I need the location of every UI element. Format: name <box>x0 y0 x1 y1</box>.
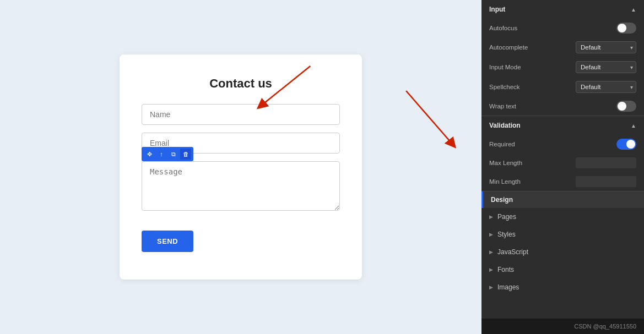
wrap-text-row: Wrap text <box>481 97 644 116</box>
message-textarea[interactable] <box>142 161 340 211</box>
autofocus-toggle[interactable] <box>616 23 636 34</box>
input-section: Input ▲ Autofocus Autocomplete Default I… <box>481 0 644 116</box>
input-chevron: ▲ <box>631 7 636 13</box>
javascript-label: JavaScript <box>497 248 528 256</box>
form-card: Contact us ✥ ↑ ⧉ 🗑 SEND <box>120 54 362 280</box>
design-section: Design ▶ Pages ▶ Styles ▶ JavaScript ▶ F… <box>481 191 644 319</box>
input-section-header: Input ▲ <box>481 0 644 19</box>
form-title: Contact us <box>142 76 340 91</box>
validation-section: Validation ▲ Required Max Length Min Len… <box>481 116 644 191</box>
input-mode-select[interactable]: Default <box>576 61 636 73</box>
input-mode-row: Input Mode Default <box>481 57 644 77</box>
validation-section-header: Validation ▲ <box>481 116 644 135</box>
autocomplete-select[interactable]: Default <box>576 41 636 53</box>
canvas-area: Contact us ✥ ↑ ⧉ 🗑 SEND <box>0 0 481 334</box>
pages-arrow-icon: ▶ <box>489 214 493 220</box>
move-btn[interactable]: ✥ <box>144 149 155 160</box>
nav-images[interactable]: ▶ Images <box>481 278 644 296</box>
autocomplete-select-wrapper: Default <box>576 41 636 53</box>
fonts-arrow-icon: ▶ <box>489 267 493 272</box>
javascript-arrow-icon: ▶ <box>489 249 493 255</box>
delete-btn[interactable]: 🗑 <box>180 149 191 160</box>
input-mode-select-wrapper: Default <box>576 61 636 73</box>
spellcheck-row: Spellcheck Default <box>481 77 644 97</box>
fonts-label: Fonts <box>497 266 514 273</box>
nav-pages[interactable]: ▶ Pages <box>481 208 644 226</box>
right-panel: Input ▲ Autofocus Autocomplete Default I… <box>481 0 644 334</box>
images-label: Images <box>497 283 519 291</box>
nav-javascript[interactable]: ▶ JavaScript <box>481 243 644 261</box>
send-button[interactable]: SEND <box>142 231 193 252</box>
styles-arrow-icon: ▶ <box>489 232 493 237</box>
name-input[interactable] <box>142 104 340 125</box>
svg-line-1 <box>406 91 452 144</box>
message-wrapper: ✥ ↑ ⧉ 🗑 <box>142 161 340 213</box>
images-arrow-icon: ▶ <box>489 284 493 290</box>
spellcheck-select[interactable]: Default <box>576 81 636 93</box>
spellcheck-select-wrapper: Default <box>576 81 636 93</box>
min-length-input[interactable] <box>576 176 636 187</box>
validation-chevron: ▲ <box>631 123 636 129</box>
autocomplete-row: Autocomplete Default <box>481 37 644 57</box>
up-btn[interactable]: ↑ <box>156 149 167 160</box>
pages-label: Pages <box>497 213 516 221</box>
watermark: CSDN @qq_45911550 <box>481 319 644 334</box>
nav-fonts[interactable]: ▶ Fonts <box>481 261 644 278</box>
autofocus-row: Autofocus <box>481 19 644 37</box>
design-header: Design <box>481 191 644 208</box>
floating-toolbar: ✥ ↑ ⧉ 🗑 <box>142 147 193 161</box>
nav-styles[interactable]: ▶ Styles <box>481 226 644 243</box>
max-length-row: Max Length <box>481 154 644 172</box>
required-row: Required <box>481 135 644 154</box>
min-length-row: Min Length <box>481 172 644 191</box>
styles-label: Styles <box>497 231 516 238</box>
max-length-input[interactable] <box>576 157 636 168</box>
required-toggle[interactable] <box>616 139 636 150</box>
copy-btn[interactable]: ⧉ <box>168 149 179 160</box>
wrap-text-toggle[interactable] <box>616 101 636 112</box>
